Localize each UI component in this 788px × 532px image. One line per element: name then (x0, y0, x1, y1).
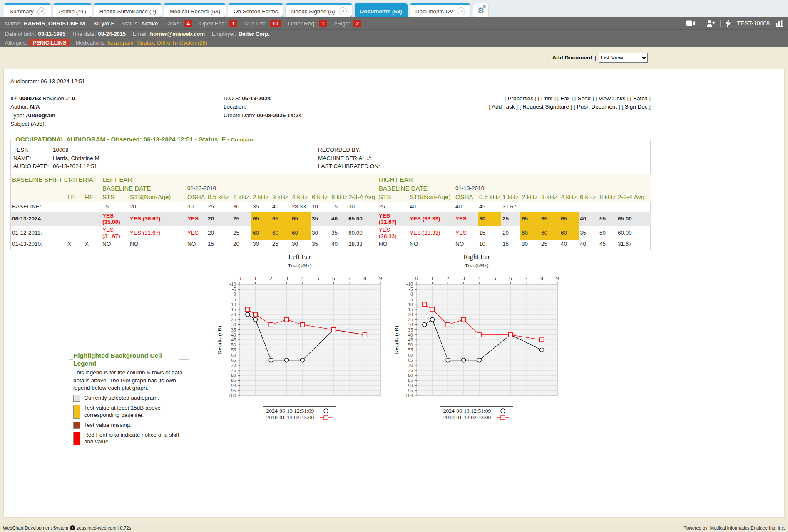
chart-subtitle: Test (kHz) (393, 262, 561, 269)
tab-admin-41[interactable]: Admin (41) (53, 3, 92, 17)
tab-label: Documents (63) (360, 8, 402, 15)
report-heading-text: OCCUPATIONAL AUDIOGRAM - Observed: 06-13… (15, 136, 229, 143)
svg-text:9: 9 (379, 275, 382, 281)
svg-text:3: 3 (462, 275, 465, 281)
stats-chart-icon[interactable] (776, 20, 783, 27)
col-header-2-khz: 2 kHz (251, 193, 271, 202)
left-value-cell: YES (186, 212, 206, 226)
allergy-penicillins[interactable]: PENICILLINS (29, 39, 70, 46)
left-value-cell: 65.00 (347, 212, 378, 226)
document-id-link[interactable]: 0000753 (19, 95, 41, 101)
left-value-cell: 30 (186, 202, 206, 212)
action-request-signature[interactable]: Request Signature (522, 104, 569, 110)
action-add-task[interactable]: Add Task (492, 104, 515, 110)
row-label: BASELINE: (11, 202, 66, 212)
tab-on-screen-forms[interactable]: On Screen Forms (228, 3, 283, 17)
demo-label: Hire date: (72, 31, 96, 37)
tab-needs-signed-5[interactable]: Needs Signed (5)↗ (286, 3, 352, 17)
legend-entry-text: Test value at least 15dB above correspon… (84, 405, 184, 419)
tab-summary[interactable]: Summary↗ (4, 3, 51, 17)
medication-link-ortho-tri-cyclen-28[interactable]: Ortho Tri-Cyclen (28) (157, 40, 207, 46)
demo-value: Better Corp. (239, 31, 270, 37)
action-push-document[interactable]: Push Document (577, 104, 617, 110)
chart-legend-box: 2024-06-13 12:51:092010-01-13 02:43:00 (263, 406, 336, 422)
left-value-cell: 35 (311, 240, 330, 250)
patient-age-sex: 30 y/o F (94, 20, 114, 27)
left-value-cell: 20 (206, 226, 232, 240)
criteria-header-row: BASELINE SHIFT CRITERIALEFT EARRIGHT EAR (11, 174, 651, 184)
col-header-re: RE (84, 193, 101, 202)
legend-swatch (73, 432, 80, 446)
left-value-cell: 40 (330, 212, 347, 226)
medication-link-miralax[interactable]: Miralax (136, 40, 154, 46)
add-person-icon[interactable] (706, 20, 715, 27)
svg-text:4: 4 (301, 275, 304, 281)
settings-gear-button[interactable]: ⚙⚙ (473, 3, 488, 17)
action-print[interactable]: Print (541, 95, 553, 101)
doc-action-row: [ Properties ] [ Print ] [ Fax ] [ Send … (489, 94, 651, 103)
right-value-cell: 31.67 (616, 240, 651, 250)
left-value-cell: 25 (206, 202, 232, 212)
right-value-cell: 15 (478, 226, 501, 240)
action-fax[interactable]: Fax (560, 95, 570, 101)
video-camera-icon[interactable] (686, 20, 696, 27)
tab-health-surveillance-2[interactable]: Health Surveillance (2) (94, 3, 162, 17)
info-icon[interactable]: i (70, 525, 75, 530)
compare-link[interactable]: Compare (231, 136, 254, 143)
create-date-label: Create Date: (224, 112, 256, 119)
medication-link-lorazepam[interactable]: lorazepam (108, 40, 133, 46)
svg-text:2: 2 (447, 275, 450, 281)
counter-badge-open-enc[interactable]: 1 (229, 20, 237, 27)
right-baseline-date-value: 01-13-2010 (454, 184, 651, 193)
popout-icon[interactable]: ↗ (339, 7, 347, 15)
counter-badge-due-list[interactable]: 10 (270, 20, 281, 27)
col-header-sts-non-age: STS(Non-Age) (129, 193, 186, 202)
chart-legend-box: 2024-06-13 12:51:092010-01-13 02:43:00 (440, 406, 513, 422)
action-properties[interactable]: Properties (507, 95, 533, 101)
action-view-links[interactable]: View Links (599, 95, 625, 101)
popout-icon[interactable]: ↗ (37, 7, 45, 15)
counter-badge-tasks[interactable]: 4 (184, 20, 192, 27)
demo-hire-date: Hire date:08-24-2015 (72, 31, 126, 37)
add-document-link[interactable]: Add Document (552, 54, 592, 61)
tab-medical-record-53[interactable]: Medical Record (53) (164, 3, 226, 17)
svg-text:1: 1 (431, 275, 434, 281)
type-value: Audiogram (26, 112, 55, 119)
tab-documents-63[interactable]: Documents (63) (355, 3, 408, 17)
tab-documents-dv[interactable]: Documents-DV↗ (410, 3, 471, 17)
chart-legend-label: 2024-06-13 12:51:09 (266, 408, 314, 414)
left-value-cell: YES (36.67) (129, 212, 186, 226)
popout-icon[interactable]: ↗ (457, 7, 465, 15)
action-sign-doc[interactable]: Sign Doc (625, 104, 648, 110)
report-info: TEST:10008NAME:Harris, Christine MAUDIO … (11, 146, 650, 174)
chart-legend-label: 2024-06-13 12:51:09 (443, 408, 491, 414)
subject-add-link[interactable]: Add (32, 121, 42, 127)
right-value-cell: 60.00 (616, 226, 651, 240)
patient-status: Active (141, 20, 158, 27)
right-value-cell: NO (408, 240, 454, 250)
right-value-cell: 15 (501, 240, 520, 250)
report-field-name: NAME:Harris, Christine M (13, 154, 318, 163)
col-header-right-8-khz: 8 kHz (598, 193, 616, 202)
criteria-label: BASELINE SHIFT CRITERIA (11, 174, 101, 184)
chart-subtitle: Test (kHz) (216, 262, 384, 269)
action-batch[interactable]: Batch (633, 95, 648, 101)
counter-badge-esign[interactable]: 2 (353, 20, 361, 27)
patient-id: TEST-10008 (737, 20, 770, 27)
left-value-cell: NO (101, 240, 129, 250)
counter-badge-order-req[interactable]: 1 (319, 20, 327, 27)
report-field-label: LAST CALIBRATED ON: (318, 162, 387, 171)
view-select[interactable]: List View (599, 53, 648, 63)
col-header-right-2-3-4-avg: 2-3-4 Avg (616, 193, 651, 202)
type-label: Type: (10, 112, 24, 119)
re-cell (84, 226, 101, 240)
row-label: 01-13-2010: (11, 240, 66, 250)
report-field-audio-date: AUDIO DATE:06-13-2024 12:51 (13, 162, 318, 171)
chart-title: Right Ear (393, 253, 561, 261)
subject-label: Subject ( (10, 121, 32, 127)
create-date-value: 09-08-2025 14:24 (257, 112, 301, 119)
action-send[interactable]: Send (578, 95, 591, 101)
right-value-cell: 60 (559, 226, 579, 240)
lightning-icon[interactable] (726, 20, 731, 27)
report-field-test: TEST:10008 (13, 146, 318, 154)
